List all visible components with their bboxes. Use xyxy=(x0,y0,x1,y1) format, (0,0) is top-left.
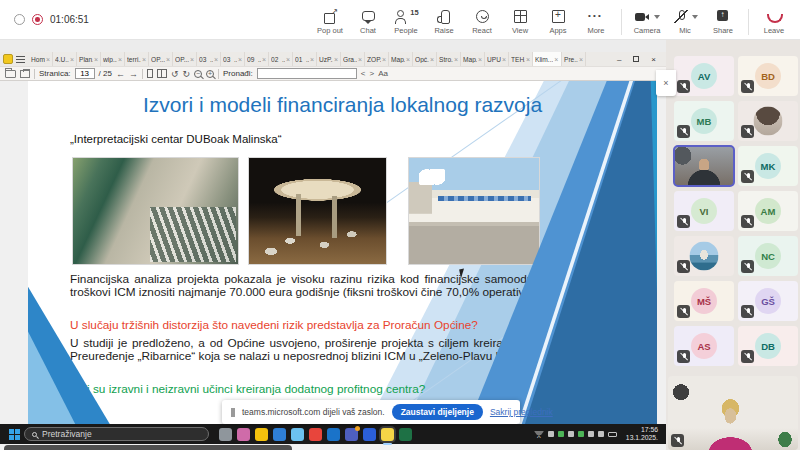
forward-arrow-icon[interactable]: → xyxy=(129,69,138,79)
pdf-tab-21[interactable]: TEH...× xyxy=(509,52,533,66)
pdf-tab-6[interactable]: OP...× xyxy=(149,52,173,66)
tab-close-icon[interactable]: × xyxy=(190,56,194,63)
participant-tile-NC[interactable]: NC xyxy=(738,236,798,276)
chevron-up-icon[interactable]: ^ xyxy=(534,431,544,437)
pdf-tab-4[interactable]: wip...× xyxy=(101,52,125,66)
pdf-tab-23[interactable]: Pre...× xyxy=(562,52,586,66)
print-icon[interactable] xyxy=(20,70,30,78)
window-close-button[interactable]: × xyxy=(651,55,656,64)
find-next-icon[interactable]: > xyxy=(369,69,374,78)
notification-close-button[interactable]: × xyxy=(656,70,676,96)
taskbar-app-outlook[interactable] xyxy=(327,428,340,441)
taskbar-app-photos[interactable] xyxy=(363,428,376,441)
pdf-tab-10[interactable]: 09_...× xyxy=(245,52,269,66)
taskbar-app-teams[interactable] xyxy=(345,428,358,441)
meeting-control-share[interactable]: Share xyxy=(705,4,741,35)
pdf-tab-5[interactable]: terri...× xyxy=(125,52,149,66)
meeting-control-raise[interactable]: Raise xyxy=(426,4,462,35)
participant-tile-AV[interactable]: AV xyxy=(674,56,734,96)
pdf-tab-22[interactable]: Klim...× xyxy=(533,52,562,66)
tab-close-icon[interactable]: × xyxy=(526,56,530,63)
tab-close-icon[interactable]: × xyxy=(579,56,583,63)
pdf-tab-9[interactable]: 03_...× xyxy=(221,52,245,66)
rotate-right-icon[interactable]: ↻ xyxy=(182,69,190,79)
tab-close-icon[interactable]: × xyxy=(214,56,218,63)
back-arrow-icon[interactable]: ← xyxy=(116,69,125,79)
tab-close-icon[interactable]: × xyxy=(334,56,338,63)
pdf-tab-16[interactable]: Map...× xyxy=(389,52,413,66)
tab-close-icon[interactable]: × xyxy=(406,56,410,63)
meeting-control-view[interactable]: View xyxy=(502,4,538,35)
volume-icon[interactable] xyxy=(598,431,604,437)
tray-shield-icon[interactable] xyxy=(558,431,564,437)
taskbar-app-file-explorer[interactable] xyxy=(255,428,268,441)
taskbar-clock[interactable]: 17:56 13.1.2025. xyxy=(623,426,661,442)
tab-close-icon[interactable]: × xyxy=(502,56,506,63)
stop-sharing-button[interactable]: Zaustavi dijeljenje xyxy=(392,404,483,420)
pause-sharing-icon[interactable] xyxy=(231,408,235,417)
window-minimize-button[interactable]: – xyxy=(617,55,621,64)
participant-tile-self-woman[interactable] xyxy=(668,376,798,450)
tab-close-icon[interactable]: × xyxy=(70,56,74,63)
tray-app-icon[interactable] xyxy=(548,431,554,437)
meeting-control-leave[interactable]: Leave xyxy=(756,4,792,35)
participant-tile-BD[interactable]: BD xyxy=(738,56,798,96)
tab-close-icon[interactable]: × xyxy=(478,56,482,63)
meeting-control-mic[interactable]: Mic xyxy=(667,4,703,35)
taskbar-app-chrome[interactable] xyxy=(309,428,322,441)
participant-tile-MK[interactable]: MK xyxy=(738,146,798,186)
participant-tile-MB[interactable]: MB xyxy=(674,101,734,141)
pdf-tab-18[interactable]: Stro...× xyxy=(437,52,461,66)
tab-close-icon[interactable]: × xyxy=(358,56,362,63)
participant-tile-DB[interactable]: DB xyxy=(738,326,798,366)
open-file-icon[interactable] xyxy=(5,70,16,78)
start-button-icon[interactable] xyxy=(9,429,14,434)
pdf-tab-1[interactable]: Home× xyxy=(29,52,53,66)
single-page-view-icon[interactable] xyxy=(147,69,153,78)
menu-icon[interactable] xyxy=(16,56,25,63)
pdf-tab-17[interactable]: Opć...× xyxy=(413,52,437,66)
meeting-control-react[interactable]: React xyxy=(464,4,500,35)
pdf-tab-20[interactable]: UPU...× xyxy=(485,52,509,66)
taskbar-app-store[interactable] xyxy=(291,428,304,441)
tray-m-icon[interactable] xyxy=(578,431,584,437)
pdf-tab-19[interactable]: Map...× xyxy=(461,52,485,66)
tab-close-icon[interactable]: × xyxy=(94,56,98,63)
tab-close-icon[interactable]: × xyxy=(118,56,122,63)
taskbar-app-excel[interactable] xyxy=(399,428,412,441)
tab-close-icon[interactable]: × xyxy=(46,56,50,63)
taskbar-app-sumatra-pdf[interactable] xyxy=(381,428,394,441)
tab-close-icon[interactable]: × xyxy=(554,56,558,63)
tab-close-icon[interactable]: × xyxy=(142,56,146,63)
participant-tile-GŠ[interactable]: GŠ xyxy=(738,281,798,321)
participant-tile-MŠ[interactable]: MŠ xyxy=(674,281,734,321)
meeting-control-people[interactable]: 15People xyxy=(388,4,424,35)
tab-close-icon[interactable]: × xyxy=(238,56,242,63)
taskbar-app-task-view[interactable] xyxy=(219,428,232,441)
taskbar-search[interactable]: Pretraživanje xyxy=(24,427,209,441)
participant-tile-VI[interactable]: VI xyxy=(674,191,734,231)
meeting-control-apps[interactable]: Apps xyxy=(540,4,576,35)
tab-close-icon[interactable]: × xyxy=(430,56,434,63)
pdf-tab-13[interactable]: UzP...× xyxy=(317,52,341,66)
find-input[interactable] xyxy=(257,68,357,79)
chevron-down-icon[interactable] xyxy=(692,15,698,19)
taskbar-app-edge[interactable] xyxy=(273,428,286,441)
find-previous-icon[interactable]: < xyxy=(361,69,366,78)
pdf-tab-7[interactable]: OP...× xyxy=(173,52,197,66)
participant-tile-man-speaking[interactable] xyxy=(674,146,734,186)
tab-close-icon[interactable]: × xyxy=(382,56,386,63)
tab-close-icon[interactable]: × xyxy=(166,56,170,63)
wifi-icon[interactable] xyxy=(588,431,594,437)
meeting-control-camera[interactable]: Camera xyxy=(629,4,665,35)
chevron-down-icon[interactable] xyxy=(654,15,660,19)
battery-icon[interactable] xyxy=(608,432,617,437)
pdf-tab-12[interactable]: 01_...× xyxy=(293,52,317,66)
pdf-tab-2[interactable]: 4.U...× xyxy=(53,52,77,66)
tab-close-icon[interactable]: × xyxy=(262,56,266,63)
facing-pages-view-icon[interactable] xyxy=(157,69,167,78)
match-case-toggle[interactable]: Aa xyxy=(378,69,388,78)
pdf-tab-14[interactable]: Gra...× xyxy=(341,52,365,66)
rotate-left-icon[interactable]: ↺ xyxy=(171,69,179,79)
meeting-control-chat[interactable]: Chat xyxy=(350,4,386,35)
